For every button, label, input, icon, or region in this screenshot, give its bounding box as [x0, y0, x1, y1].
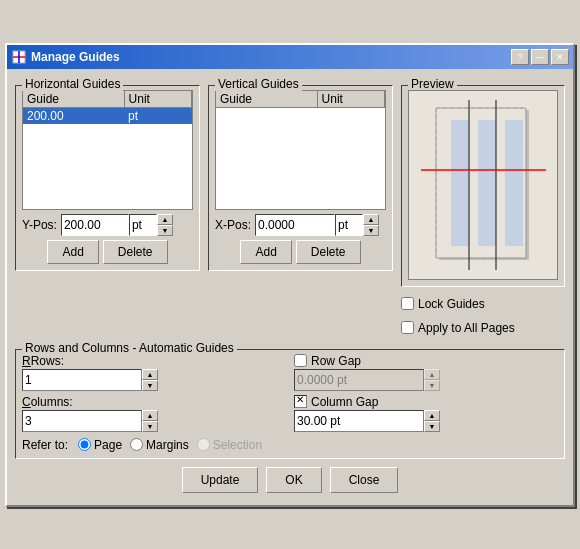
lock-guides-label: Lock Guides	[418, 297, 485, 311]
v-btn-row: Add Delete	[215, 240, 386, 264]
radio-margins: Margins	[130, 438, 189, 452]
row-gap-input-row: ▲ ▼	[294, 369, 558, 391]
refer-to-row: Refer to: Page Margins Selection	[22, 438, 558, 452]
preview-label: Preview	[408, 77, 457, 91]
rows-input[interactable]	[22, 369, 142, 391]
ok-button[interactable]: OK	[266, 467, 321, 493]
row-gap-spinner: ▲ ▼	[424, 369, 440, 391]
row-gap-checkbox-row: Row Gap	[294, 354, 558, 368]
content-area: Horizontal Guides Guide Unit	[7, 69, 573, 505]
row-gap-down[interactable]: ▼	[424, 380, 440, 391]
cols-column: Columns: ▲ ▼	[22, 395, 286, 432]
close-button[interactable]: ✕	[551, 49, 569, 65]
row-gap-label: Row Gap	[311, 354, 361, 368]
row-gap-up[interactable]: ▲	[424, 369, 440, 380]
right-section: Preview	[401, 77, 565, 335]
h-btn-row: Add Delete	[22, 240, 193, 264]
cols-input-row: ▲ ▼	[22, 410, 286, 432]
horizontal-guides-panel: Horizontal Guides Guide Unit	[15, 77, 200, 335]
h-guide-unit: pt	[124, 107, 191, 124]
update-button[interactable]: Update	[182, 467, 259, 493]
v-unit-col-header: Unit	[317, 91, 384, 108]
preview-group: Preview	[401, 85, 565, 287]
radio-page-input[interactable]	[78, 438, 91, 451]
h-guide-value: 200.00	[23, 107, 124, 124]
col-gap-input[interactable]	[294, 410, 424, 432]
row-gap-column: Row Gap ▲ ▼	[294, 354, 558, 391]
y-pos-up[interactable]: ▲	[157, 214, 173, 225]
help-button[interactable]: ?	[511, 49, 529, 65]
row-gap-checkbox[interactable]	[294, 354, 307, 367]
cols-label: Columns:	[22, 395, 286, 409]
rows-input-row: ▲ ▼	[22, 369, 286, 391]
preview-canvas	[408, 90, 558, 280]
cols-spinner: ▲ ▼	[142, 410, 158, 432]
y-pos-down[interactable]: ▼	[157, 225, 173, 236]
h-guide-row[interactable]: 200.00 pt	[23, 107, 192, 124]
vertical-guides-panel: Vertical Guides Guide Unit	[208, 77, 393, 335]
x-pos-spinner-buttons: ▲ ▼	[363, 214, 379, 236]
y-pos-row: Y-Pos: ▲ ▼	[22, 214, 193, 236]
vertical-guides-label: Vertical Guides	[215, 77, 302, 91]
cols-up[interactable]: ▲	[142, 410, 158, 421]
col-gap-checkbox-row: Column Gap	[294, 395, 558, 409]
rows-up[interactable]: ▲	[142, 369, 158, 380]
y-pos-spinner-buttons: ▲ ▼	[157, 214, 173, 236]
close-bottom-button[interactable]: Close	[330, 467, 399, 493]
svg-rect-5	[451, 120, 469, 246]
bottom-buttons: Update OK Close	[15, 467, 565, 497]
y-pos-label: Y-Pos:	[22, 218, 57, 232]
refer-to-radio-group: Page Margins Selection	[78, 438, 262, 452]
cols-down[interactable]: ▼	[142, 421, 158, 432]
x-pos-spinner[interactable]: ▲ ▼	[255, 214, 379, 236]
cols-input[interactable]	[22, 410, 142, 432]
x-pos-label: X-Pos:	[215, 218, 251, 232]
vertical-guides-list[interactable]: Guide Unit	[215, 90, 386, 210]
col-gap-spinner: ▲ ▼	[424, 410, 440, 432]
h-delete-button[interactable]: Delete	[103, 240, 168, 264]
col-gap-up[interactable]: ▲	[424, 410, 440, 421]
col-gap-label: Column Gap	[311, 395, 378, 409]
rows-down[interactable]: ▼	[142, 380, 158, 391]
x-pos-unit	[335, 214, 363, 236]
radio-selection: Selection	[197, 438, 262, 452]
manage-guides-window: Manage Guides ? — ✕ Horizontal Guides Gu…	[5, 43, 575, 507]
radio-page-label: Page	[94, 438, 122, 452]
preview-svg	[421, 100, 546, 270]
v-delete-button[interactable]: Delete	[296, 240, 361, 264]
apply-all-pages-checkbox[interactable]	[401, 321, 414, 334]
minimize-button[interactable]: —	[531, 49, 549, 65]
radio-margins-input[interactable]	[130, 438, 143, 451]
guides-icon	[11, 49, 27, 65]
lock-guides-row: Lock Guides	[401, 297, 565, 311]
horizontal-guides-group: Horizontal Guides Guide Unit	[15, 85, 200, 271]
x-pos-up[interactable]: ▲	[363, 214, 379, 225]
window-title: Manage Guides	[31, 50, 120, 64]
horizontal-guides-list[interactable]: Guide Unit 200.00 pt	[22, 90, 193, 210]
row-gap-input	[294, 369, 424, 391]
titlebar-buttons: ? — ✕	[511, 49, 569, 65]
rows-cols-inner: RRows: ▲ ▼ Row Gap	[22, 354, 558, 432]
rows-cols-group: Rows and Columns - Automatic Guides RRow…	[15, 349, 565, 459]
col-gap-column: Column Gap ▲ ▼	[294, 395, 558, 432]
refer-to-label: Refer to:	[22, 438, 68, 452]
h-guide-col-header: Guide	[23, 91, 124, 108]
horizontal-guides-label: Horizontal Guides	[22, 77, 123, 91]
y-pos-input[interactable]	[61, 214, 129, 236]
h-add-button[interactable]: Add	[47, 240, 98, 264]
col-gap-input-row: ▲ ▼	[294, 410, 558, 432]
col-gap-down[interactable]: ▼	[424, 421, 440, 432]
y-pos-unit	[129, 214, 157, 236]
x-pos-row: X-Pos: ▲ ▼	[215, 214, 386, 236]
x-pos-input[interactable]	[255, 214, 335, 236]
x-pos-down[interactable]: ▼	[363, 225, 379, 236]
radio-selection-label: Selection	[213, 438, 262, 452]
h-unit-col-header: Unit	[124, 91, 191, 108]
v-add-button[interactable]: Add	[240, 240, 291, 264]
v-guide-col-header: Guide	[216, 91, 317, 108]
col-gap-checkbox[interactable]	[294, 395, 307, 408]
svg-rect-7	[505, 120, 523, 246]
y-pos-spinner[interactable]: ▲ ▼	[61, 214, 173, 236]
lock-guides-checkbox[interactable]	[401, 297, 414, 310]
svg-rect-6	[478, 120, 496, 246]
